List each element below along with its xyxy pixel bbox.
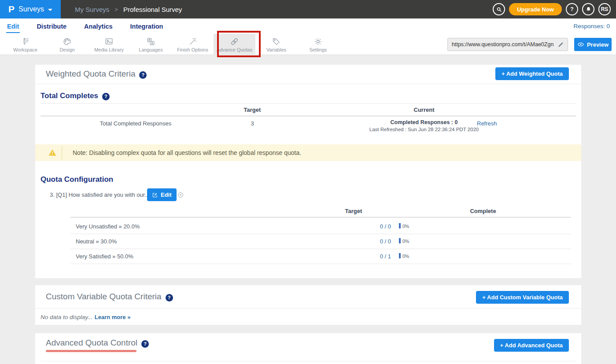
questionpro-logo-icon: P [8,4,15,15]
bell-icon [585,6,592,13]
note-text: Note: Disabling complex quota for all qu… [73,149,301,156]
survey-nav-tabs: Edit Distribute Analytics Integration Re… [0,18,616,34]
search-icon [496,6,502,13]
survey-url-box [447,38,568,51]
add-weighted-quota-button[interactable]: + Add Weighted Quota [495,67,569,80]
learn-more-link[interactable]: Learn more » [95,314,131,320]
surveys-menu[interactable]: P Surveys [0,0,61,18]
tag-icon [272,37,281,46]
eye-icon [577,41,584,48]
responses-count[interactable]: Responses: 0 [573,23,610,29]
breadcrumb-separator: > [114,6,118,13]
help-icon[interactable]: ? [141,340,149,348]
quota-progress-bar [399,253,401,258]
toolbar-item-label: Finish Options [177,47,208,52]
breadcrumb-current-survey: Professional Survey [123,6,182,13]
quota-progress-bar [399,238,401,243]
product-name: Surveys [18,5,44,13]
toolbar-item-label: Workspace [13,47,37,52]
chain-links-icon [230,37,239,46]
toolbar-item-label: Media Library [94,47,124,52]
toolbar-item-label: Advance Quotas [217,47,252,52]
weighted-quota-title: Weighted Quota Criteria [46,69,135,79]
toolbar-design[interactable]: Design [46,34,88,55]
weighted-quota-card: Weighted Quota Criteria? + Add Weighted … [35,65,581,278]
quota-row-percent: 0% [402,224,409,229]
annotation-underline [46,350,136,352]
toolbar-finish-options[interactable]: Finish Options [172,34,214,55]
help-button[interactable]: ? [566,3,578,15]
notifications-button[interactable] [582,3,594,15]
edit-pencil-square-icon [152,192,158,198]
quota-row-percent: 0% [402,239,409,244]
refresh-link[interactable]: Refresh [477,120,497,127]
survey-url-input[interactable] [448,41,557,48]
column-header-target: Target [314,208,393,214]
toolbar-settings[interactable]: Settings [297,34,339,55]
quota-row-target: 0 / 0 [343,238,391,245]
edit-question-quota-button[interactable]: Edit [147,188,177,201]
quota-row-target: 0 / 0 [343,223,391,230]
advanced-quota-title: Advanced Quota Control [46,338,137,348]
custom-variable-quota-title: Custom Variable Quota Criteria [46,292,162,301]
last-refreshed-timestamp: Last Refreshed : Sun Jun 28 22:36:24 PDT… [305,127,543,132]
no-data-text: No data to display... [41,314,92,320]
image-icon [104,37,114,46]
total-completed-responses-label: Total Completed Responses [70,120,202,127]
gear-icon [314,37,323,46]
search-button[interactable] [493,3,505,15]
total-completes-title: Total Completes [41,92,98,100]
remove-quota-icon[interactable] [177,191,184,199]
breadcrumb: My Surveys > Professional Survey [75,6,182,13]
breadcrumb-my-surveys[interactable]: My Surveys [75,6,109,13]
translate-icon [146,37,155,46]
note-divider [62,146,62,159]
toolbar-media-library[interactable]: Media Library [88,34,130,55]
top-bar: P Surveys My Surveys > Professional Surv… [0,0,616,18]
help-icon[interactable]: ? [139,71,147,79]
edit-toolbar: Workspace Design Media Library Languages… [0,34,616,55]
column-header-complete: Complete [443,208,523,214]
quota-note-bar: Note: Disabling complex quota for all qu… [35,144,581,161]
quota-progress-bar [399,223,401,228]
edit-url-pencil-icon[interactable] [557,41,564,48]
tab-edit[interactable]: Edit [6,20,20,33]
chevron-down-icon [48,9,52,11]
avatar[interactable]: RS [598,3,611,15]
magic-wand-icon [188,37,197,46]
target-value: 3 [235,120,270,127]
tab-integration[interactable]: Integration [129,20,164,33]
toolbar-item-label: Settings [310,47,327,52]
help-icon[interactable]: ? [102,93,110,100]
preview-button[interactable]: Preview [574,38,612,51]
quota-row-percent: 0% [402,254,409,259]
advanced-quota-card: Advanced Quota Control? + Add Advanced Q… [35,333,581,364]
toolbar-languages[interactable]: Languages [130,34,172,55]
tab-distribute[interactable]: Distribute [36,20,67,33]
toolbar-variables[interactable]: Variables [255,34,297,55]
add-advanced-quota-button[interactable]: + Add Advanced Quota [494,339,569,352]
toolbar-workspace[interactable]: Workspace [4,34,46,55]
column-header-current: Current [393,107,455,113]
toolbar-advance-quotas[interactable]: Advance Quotas [214,34,255,55]
completed-responses-count: Completed Responses : 0 [305,119,543,125]
workspace-icon [21,37,30,46]
column-header-target: Target [235,107,270,113]
custom-variable-quota-card: Custom Variable Quota Criteria? + Add Cu… [35,285,581,325]
quota-row-label: Neutral » 30.0% [76,238,117,245]
help-icon[interactable]: ? [166,294,173,301]
upgrade-now-button[interactable]: Upgrade Now [509,3,562,15]
tab-analytics[interactable]: Analytics [83,20,113,33]
toolbar-item-label: Variables [266,47,286,52]
quota-row-label: Very Satisfied » 50.0% [76,253,133,260]
quota-row-target: 0 / 1 [343,253,391,260]
palette-icon [63,37,72,46]
topbar-actions: Upgrade Now ? RS [493,3,616,15]
quota-row-label: Very Unsatisfied » 20.0% [76,223,140,230]
toolbar-items: Workspace Design Media Library Languages… [4,34,339,55]
quota-configuration-title: Quota Configuration [41,175,113,184]
toolbar-item-label: Languages [139,47,162,52]
add-custom-variable-quota-button[interactable]: + Add Custom Variable Quota [476,291,569,304]
warning-icon [48,148,57,157]
edit-button-label: Edit [161,191,172,198]
